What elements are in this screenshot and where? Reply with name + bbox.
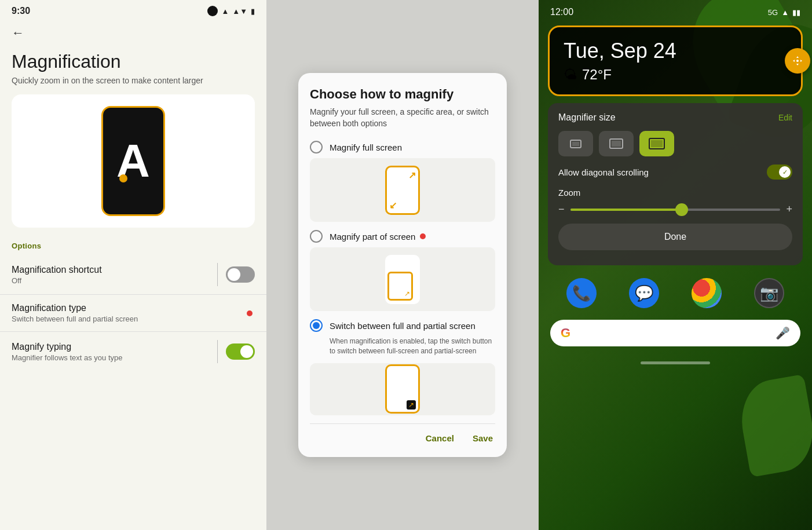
zoom-track[interactable] (570, 209, 781, 211)
red-dot-type (247, 310, 253, 316)
dock-chrome-icon[interactable] (692, 278, 722, 308)
phone-status-bar: 12:00 5G ▲ ▮▮ (539, 0, 812, 21)
dialog-title: Choose how to magnify (310, 87, 495, 102)
clock-temp: 72°F (582, 67, 612, 83)
option-image-switch: ↗ (310, 363, 495, 415)
diagonal-row: Allow diagonal scrolling ✓ (558, 165, 792, 180)
cancel-button[interactable]: Cancel (423, 429, 456, 448)
toggle-shortcut[interactable] (226, 266, 255, 283)
zoom-row: Zoom − + (558, 188, 792, 215)
size-medium-icon (609, 138, 623, 149)
option-image-part: ↗ (310, 247, 495, 311)
diagonal-toggle-knob: ✓ (779, 166, 791, 178)
dialog-card: Choose how to magnify Magnify your full … (298, 73, 507, 457)
radio-option-switch[interactable]: Switch between full and partial screen (310, 319, 495, 332)
magnifier-fab[interactable] (785, 48, 810, 74)
dock-chat-icon[interactable]: 💬 (629, 278, 659, 308)
toggle-knob-typing (240, 345, 253, 358)
wifi-icon: ▲ (221, 7, 229, 16)
phone-thumb-full: ↗ ↙ (385, 166, 420, 215)
phone-thumb-partial: ↗ (385, 255, 420, 304)
radio-label-switch: Switch between full and partial screen (330, 321, 476, 331)
radio-label-full: Magnify full screen (330, 142, 402, 152)
radio-full[interactable] (310, 141, 323, 153)
phone-signal-label: 5G (768, 8, 778, 17)
setting-title-shortcut: Magnification shortcut (12, 265, 209, 275)
check-icon: ✓ (782, 169, 788, 176)
phone-wifi-icon: ▲ (781, 8, 789, 17)
divider-typing (217, 340, 218, 363)
size-small-btn[interactable] (558, 131, 593, 156)
zoom-plus[interactable]: + (786, 203, 792, 215)
preview-card: A (12, 94, 255, 228)
back-button[interactable]: ← (0, 20, 266, 46)
partial-box: ↗ (387, 272, 413, 301)
clock-date: Tue, Sep 24 (564, 39, 787, 63)
dialog-subtitle: Magnify your full screen, a specific are… (310, 107, 495, 129)
toggle-knob-shortcut (228, 268, 240, 281)
clock-weather: 🌤 72°F (564, 67, 787, 83)
setting-text-type: Magnification type Switch between full a… (12, 303, 247, 323)
options-label: Options (0, 239, 266, 255)
status-time: 9:30 (12, 6, 30, 16)
dock-phone-icon[interactable]: 📞 (566, 278, 597, 308)
google-search-bar[interactable]: G 🎤 (550, 320, 800, 346)
dialog-panel: Choose how to magnify Magnify your full … (266, 0, 539, 530)
radio-inner-switch (313, 322, 320, 329)
toggle-typing[interactable] (226, 343, 255, 360)
radio-part[interactable] (310, 230, 323, 243)
magnifier-edit[interactable]: Edit (778, 113, 792, 122)
zoom-fill (570, 209, 686, 211)
setting-row-shortcut[interactable]: Magnification shortcut Off (0, 255, 266, 294)
option-desc-switch: When magnification is enabled, tap the s… (330, 337, 495, 356)
option-image-full: ↗ ↙ (310, 158, 495, 222)
zoom-label: Zoom (558, 188, 792, 198)
signal-icon: ▲▼ (232, 7, 247, 16)
divider-shortcut (217, 263, 218, 286)
svg-point-0 (796, 60, 799, 62)
move-icon (792, 55, 803, 67)
phone-content: 12:00 5G ▲ ▮▮ Tue, Sep 24 🌤 72°F (539, 0, 812, 530)
setting-desc-type: Switch between full and partial screen (12, 315, 247, 323)
size-large-icon (649, 138, 665, 149)
google-logo: G (561, 326, 570, 341)
dock-camera-icon[interactable]: 📷 (754, 278, 784, 308)
clock-widget: Tue, Sep 24 🌤 72°F (548, 25, 803, 96)
red-dot-part (420, 233, 426, 239)
settings-panel: 9:30 ▲ ▲▼ ▮ ← Magnification Quickly zoom… (0, 0, 266, 530)
page-title: Magnification (0, 46, 266, 75)
zoom-thumb[interactable] (675, 203, 688, 216)
radio-option-full[interactable]: Magnify full screen (310, 141, 495, 153)
status-icons: ▲ ▲▼ ▮ (207, 6, 255, 16)
done-button[interactable]: Done (558, 224, 792, 250)
preview-dot (119, 174, 127, 182)
setting-desc-shortcut: Off (12, 276, 209, 285)
setting-title-type: Magnification type (12, 303, 247, 313)
dock-row: 📞 💬 📷 (539, 272, 812, 314)
radio-label-part: Magnify part of screen (330, 232, 415, 242)
zoom-slider-row: − + (558, 203, 792, 215)
phone-status-icons: 5G ▲ ▮▮ (768, 8, 800, 17)
expand-arrow-bl: ↙ (389, 200, 397, 211)
setting-row-typing[interactable]: Magnify typing Magnifier follows text as… (0, 331, 266, 371)
phone-thumb-switch: ↗ (385, 364, 420, 414)
zoom-minus[interactable]: − (558, 203, 565, 215)
setting-row-type[interactable]: Magnification type Switch between full a… (0, 294, 266, 331)
setting-title-typing: Magnify typing (12, 342, 209, 352)
radio-option-part[interactable]: Magnify part of screen (310, 230, 495, 243)
size-large-btn[interactable] (639, 131, 674, 156)
setting-text-shortcut: Magnification shortcut Off (12, 265, 209, 285)
size-options (558, 131, 792, 156)
size-small-icon (570, 140, 581, 148)
mic-icon[interactable]: 🎤 (776, 326, 790, 340)
diagonal-label: Allow diagonal scrolling (558, 167, 649, 177)
battery-icon: ▮ (251, 7, 255, 16)
dialog-buttons: Cancel Save (310, 423, 495, 448)
size-medium-btn[interactable] (599, 131, 634, 156)
save-button[interactable]: Save (470, 429, 495, 448)
diagonal-toggle[interactable]: ✓ (767, 165, 792, 180)
camera-dot (207, 6, 218, 16)
status-bar: 9:30 ▲ ▲▼ ▮ (0, 0, 266, 20)
radio-switch[interactable] (310, 319, 323, 332)
setting-text-typing: Magnify typing Magnifier follows text as… (12, 342, 209, 362)
